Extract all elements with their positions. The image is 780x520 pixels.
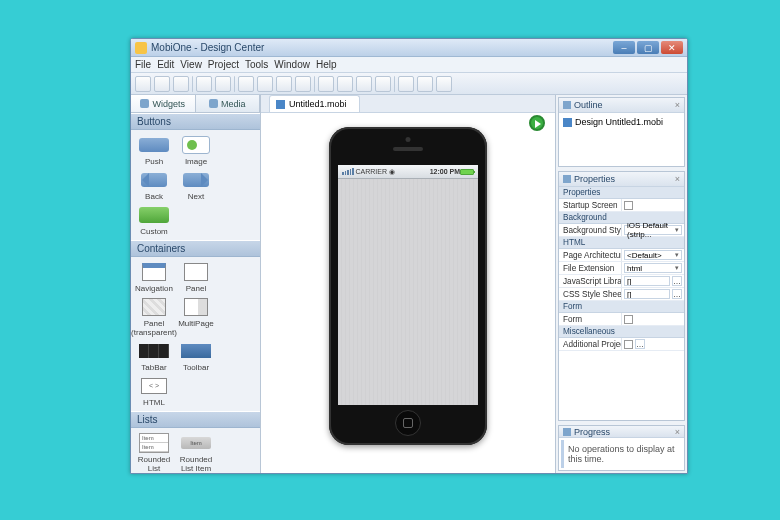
- category-lists[interactable]: Lists: [131, 411, 260, 428]
- prop-category[interactable]: Properties: [559, 187, 684, 199]
- document-tabs: Untitled1.mobi: [261, 95, 555, 113]
- prop-row: Startup Screen: [559, 199, 684, 212]
- minimize-button[interactable]: –: [613, 41, 635, 54]
- properties-panel: Properties× Properties Startup Screen Ba…: [558, 171, 685, 421]
- widget-toolbar[interactable]: Toolbar: [175, 340, 217, 373]
- outline-panel: Outline× Design Untitled1.mobi: [558, 97, 685, 167]
- battery-icon: [460, 169, 474, 175]
- progress-message: No operations to display at this time.: [561, 440, 682, 468]
- phone-camera: [406, 137, 411, 142]
- page-architecture-select[interactable]: <Default>: [624, 250, 682, 260]
- browse-icon[interactable]: …: [672, 276, 682, 286]
- toolbar-button[interactable]: [276, 76, 292, 92]
- menubar: File Edit View Project Tools Window Help: [131, 57, 687, 73]
- toolbar-button[interactable]: [436, 76, 452, 92]
- progress-title: Progress: [574, 427, 610, 437]
- toolbar-button[interactable]: [257, 76, 273, 92]
- toolbar-button[interactable]: [337, 76, 353, 92]
- widget-rounded-list-item[interactable]: ItemRounded List Item: [175, 432, 217, 473]
- toolbar-button[interactable]: [238, 76, 254, 92]
- toolbar-button[interactable]: [215, 76, 231, 92]
- outline-title: Outline: [574, 100, 603, 110]
- phone-mockup: CARRIER ◉ 12:00 PM: [329, 127, 487, 445]
- toolbar-button[interactable]: [196, 76, 212, 92]
- browse-icon[interactable]: …: [672, 289, 682, 299]
- panel-close-icon[interactable]: ×: [675, 174, 680, 184]
- home-button[interactable]: [395, 410, 421, 436]
- menu-view[interactable]: View: [180, 59, 202, 70]
- menu-tools[interactable]: Tools: [245, 59, 268, 70]
- menu-edit[interactable]: Edit: [157, 59, 174, 70]
- widget-html[interactable]: < >HTML: [133, 375, 175, 408]
- phone-screen[interactable]: CARRIER ◉ 12:00 PM: [338, 165, 478, 405]
- category-containers[interactable]: Containers: [131, 240, 260, 257]
- prop-row: CSS Style Sheets…: [559, 288, 684, 301]
- prop-row: JavaScript Libraries…: [559, 275, 684, 288]
- menu-window[interactable]: Window: [274, 59, 310, 70]
- menu-help[interactable]: Help: [316, 59, 337, 70]
- prop-row: Form: [559, 313, 684, 326]
- form-checkbox[interactable]: [624, 315, 633, 324]
- widget-rounded-list[interactable]: ItemItemRounded List: [133, 432, 175, 473]
- panel-close-icon[interactable]: ×: [675, 427, 680, 437]
- browse-icon[interactable]: …: [635, 339, 645, 349]
- menu-file[interactable]: File: [135, 59, 151, 70]
- tab-widgets[interactable]: Widgets: [131, 95, 196, 112]
- widget-next[interactable]: Next: [175, 169, 217, 202]
- background-style-select[interactable]: iOS Default (strip...: [624, 225, 682, 235]
- widget-push[interactable]: Push: [133, 134, 175, 167]
- toolbar-button[interactable]: [295, 76, 311, 92]
- toolbar-button[interactable]: [356, 76, 372, 92]
- main-toolbar: [131, 73, 687, 95]
- widget-multipage[interactable]: MultiPage: [175, 296, 217, 338]
- prop-row: Page Architecture<Default>: [559, 249, 684, 262]
- widget-tabbar[interactable]: TabBar: [133, 340, 175, 373]
- category-buttons[interactable]: Buttons: [131, 113, 260, 130]
- wifi-icon: ◉: [389, 168, 395, 176]
- right-panels: Outline× Design Untitled1.mobi Propertie…: [555, 95, 687, 473]
- file-extension-select[interactable]: html: [624, 263, 682, 273]
- toolbar-button[interactable]: [375, 76, 391, 92]
- toolbar-button[interactable]: [135, 76, 151, 92]
- widget-panel-transparent[interactable]: Panel (transparent): [133, 296, 175, 338]
- panel-close-icon[interactable]: ×: [675, 100, 680, 110]
- app-icon: [135, 42, 147, 54]
- carrier-label: CARRIER: [356, 168, 388, 175]
- prop-category[interactable]: Form: [559, 301, 684, 313]
- toolbar-separator: [314, 76, 315, 92]
- titlebar[interactable]: MobiOne - Design Center – ▢ ✕: [131, 39, 687, 57]
- menu-project[interactable]: Project: [208, 59, 239, 70]
- toolbar-separator: [394, 76, 395, 92]
- maximize-button[interactable]: ▢: [637, 41, 659, 54]
- widget-image[interactable]: Image: [175, 134, 217, 167]
- startup-screen-checkbox[interactable]: [624, 201, 633, 210]
- toolbar-separator: [192, 76, 193, 92]
- addl-files-checkbox[interactable]: [624, 340, 633, 349]
- prop-row: Background StyleiOS Default (strip...: [559, 224, 684, 237]
- close-button[interactable]: ✕: [661, 41, 683, 54]
- toolbar-button[interactable]: [318, 76, 334, 92]
- run-button[interactable]: [529, 115, 545, 131]
- signal-icon: [342, 168, 354, 175]
- toolbar-button[interactable]: [398, 76, 414, 92]
- screen-content[interactable]: [338, 179, 478, 405]
- js-libs-input[interactable]: [624, 276, 670, 286]
- prop-category[interactable]: Miscellaneous: [559, 326, 684, 338]
- toolbar-button[interactable]: [154, 76, 170, 92]
- prop-row: File Extensionhtml: [559, 262, 684, 275]
- phone-earpiece: [393, 147, 423, 151]
- widgets-icon: [140, 99, 149, 108]
- toolbar-button[interactable]: [173, 76, 189, 92]
- design-canvas[interactable]: CARRIER ◉ 12:00 PM: [261, 113, 555, 473]
- app-window: MobiOne - Design Center – ▢ ✕ File Edit …: [130, 38, 688, 474]
- widget-panel[interactable]: Panel: [175, 261, 217, 294]
- document-tab[interactable]: Untitled1.mobi: [269, 95, 360, 112]
- outline-item[interactable]: Design Untitled1.mobi: [559, 113, 684, 131]
- tab-media[interactable]: Media: [196, 95, 261, 112]
- widget-navigation[interactable]: Navigation: [133, 261, 175, 294]
- widget-back[interactable]: Back: [133, 169, 175, 202]
- widget-custom[interactable]: Custom: [133, 204, 175, 237]
- properties-icon: [563, 175, 571, 183]
- css-sheets-input[interactable]: [624, 289, 670, 299]
- toolbar-button[interactable]: [417, 76, 433, 92]
